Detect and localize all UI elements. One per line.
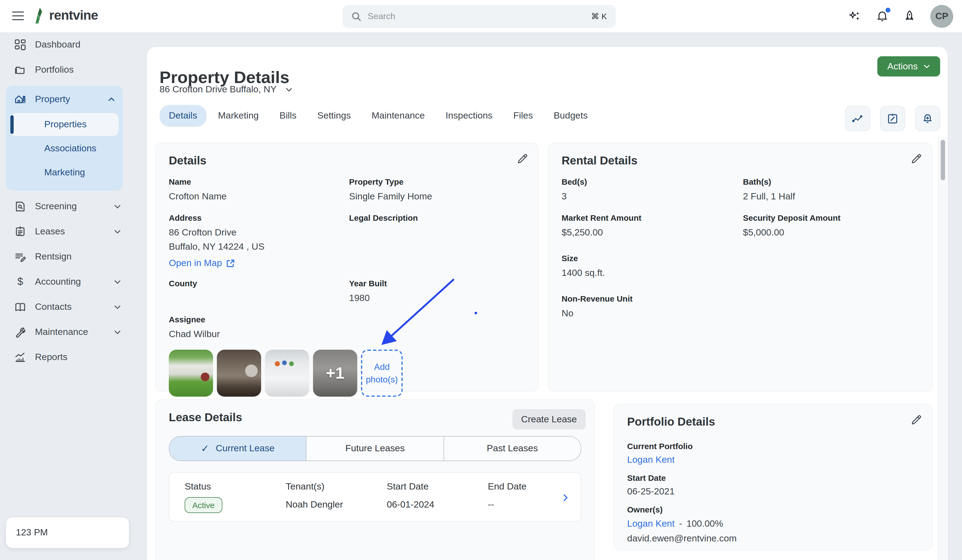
- sidebar-subitem-label: Associations: [44, 143, 97, 154]
- field-security-deposit: Security Deposit Amount $5,000.00: [743, 213, 919, 239]
- field-value: Crofton Name: [169, 190, 349, 203]
- sidebar-group-property: Property Properties Associations Marketi…: [6, 86, 123, 190]
- avatar[interactable]: CP: [930, 5, 953, 27]
- segment-label: Current Lease: [216, 443, 274, 454]
- scrollbar-thumb[interactable]: [941, 140, 945, 180]
- sidebar-subitem-label: Properties: [44, 119, 87, 130]
- sidebar-item-properties[interactable]: Properties: [10, 113, 119, 136]
- field-portfolio-start-date: Start Date 06-25-2021: [627, 473, 919, 497]
- tab-files[interactable]: Files: [504, 105, 542, 127]
- property-photo-thumbnail[interactable]: [265, 350, 309, 397]
- sidebar-item-screening[interactable]: Screening: [0, 194, 129, 219]
- field-value: 3: [562, 190, 743, 203]
- tab-details[interactable]: Details: [160, 105, 207, 127]
- activity-chart-button[interactable]: [845, 106, 870, 131]
- column-header: Status: [185, 481, 286, 492]
- add-notification-button[interactable]: [915, 106, 940, 131]
- field-label: Size: [562, 253, 919, 263]
- sidebar-item-reports[interactable]: Reports: [0, 345, 129, 370]
- edit-portfolio-pencil-icon[interactable]: [910, 414, 922, 426]
- property-address-selector[interactable]: 86 Crofton Drive Buffalo, NY: [160, 84, 293, 95]
- owner-link[interactable]: Logan Kent: [627, 518, 675, 529]
- field-year-built: Year Built 1980: [349, 279, 525, 305]
- owner-share: 100.00%: [686, 518, 723, 529]
- rentvine-logo[interactable]: rentvine: [33, 6, 98, 24]
- sidebar-item-associations[interactable]: Associations: [10, 137, 119, 160]
- field-label: Owner(s): [627, 505, 919, 514]
- property-photo-more-thumbnail[interactable]: +1: [313, 350, 357, 397]
- sidebar-item-contacts[interactable]: Contacts: [0, 294, 129, 320]
- edit-details-pencil-icon[interactable]: [517, 153, 528, 165]
- notes-button[interactable]: [880, 106, 905, 131]
- sidebar-item-marketing[interactable]: Marketing: [10, 161, 119, 184]
- owner-separator: -: [679, 518, 682, 529]
- portfolio-link[interactable]: Logan Kent: [627, 455, 675, 465]
- ai-sparkles-icon[interactable]: [848, 10, 862, 23]
- chevron-down-icon: [114, 278, 121, 286]
- field-label: County: [169, 279, 349, 288]
- field-address: Address 86 Crofton Drive Buffalo, NY 142…: [169, 213, 349, 269]
- start-date: 06-01-2024: [387, 499, 488, 510]
- signature-icon: [14, 251, 26, 263]
- search-icon: [351, 11, 361, 21]
- tab-budgets[interactable]: Budgets: [544, 105, 597, 127]
- scrollbar-track[interactable]: [938, 138, 947, 560]
- sidebar-item-label: Reports: [35, 352, 121, 363]
- field-county: County: [169, 279, 349, 305]
- tab-current-lease[interactable]: ✓ Current Lease: [169, 437, 307, 461]
- add-photos-button[interactable]: Add photo(s): [361, 350, 403, 397]
- field-label: Assignee: [169, 315, 525, 324]
- portfolio-details-card: Portfolio Details Current Portfolio Loga…: [613, 404, 933, 550]
- property-photos: +1 Add photo(s): [169, 350, 525, 397]
- tab-bills[interactable]: Bills: [270, 105, 306, 127]
- property-photo-thumbnail[interactable]: [217, 350, 261, 397]
- actions-button[interactable]: Actions: [878, 56, 940, 76]
- search-input[interactable]: [366, 11, 586, 22]
- notifications-bell-icon[interactable]: [876, 10, 889, 23]
- sidebar-item-label: Portfolios: [35, 65, 121, 76]
- column-header: End Date: [488, 481, 581, 492]
- logo-text: rentvine: [49, 8, 98, 23]
- sidebar-item-maintenance[interactable]: Maintenance: [0, 320, 129, 345]
- field-value: $5,000.00: [743, 226, 919, 239]
- field-label: Bath(s): [743, 177, 919, 186]
- field-size: Size 1400 sq.ft.: [562, 253, 919, 280]
- property-photo-thumbnail[interactable]: [169, 350, 213, 397]
- more-photos-count: +1: [326, 364, 344, 382]
- tab-future-leases[interactable]: Future Leases: [307, 437, 444, 461]
- sidebar-item-label: Contacts: [35, 302, 105, 313]
- global-search[interactable]: ⌘ K: [342, 5, 616, 28]
- sidebar-item-dashboard[interactable]: Dashboard: [0, 32, 129, 57]
- field-label: Address: [169, 213, 349, 223]
- details-card-title: Details: [169, 154, 525, 167]
- open-in-map-link[interactable]: Open in Map: [169, 258, 235, 269]
- lease-row[interactable]: Status Active Tenant(s) Noah Dengler Sta…: [169, 472, 581, 522]
- field-owners: Owner(s) Logan Kent - 100.00% david.ewen…: [627, 505, 919, 544]
- field-current-portfolio: Current Portfolio Logan Kent: [627, 441, 919, 465]
- chevron-down-icon: [114, 228, 121, 236]
- sidebar-item-rentsign[interactable]: Rentsign: [0, 244, 129, 270]
- add-photos-label: Add photo(s): [365, 361, 398, 386]
- sidebar-item-property[interactable]: Property: [6, 87, 123, 112]
- create-lease-button[interactable]: Create Lease: [512, 409, 586, 429]
- field-value: 1980: [349, 292, 525, 305]
- field-label: Market Rent Amount: [562, 213, 743, 223]
- field-label: Start Date: [627, 473, 919, 483]
- tab-marketing[interactable]: Marketing: [209, 105, 268, 127]
- sidebar-item-leases[interactable]: Leases: [0, 219, 129, 244]
- field-label: Non-Revenue Unit: [562, 294, 919, 303]
- edit-rental-pencil-icon[interactable]: [910, 153, 922, 165]
- quick-action-buttons: [845, 106, 940, 131]
- tab-maintenance[interactable]: Maintenance: [362, 105, 434, 127]
- sidebar-item-portfolios[interactable]: Portfolios: [0, 57, 129, 82]
- chart-icon: [14, 351, 26, 363]
- sidebar-item-accounting[interactable]: $ Accounting: [0, 270, 129, 294]
- tab-inspections[interactable]: Inspections: [436, 105, 502, 127]
- hamburger-menu-icon[interactable]: [12, 11, 24, 21]
- details-card: Details Name Crofton Name Property Type …: [155, 143, 539, 392]
- field-value: Chad Wilbur: [169, 328, 525, 341]
- chevron-right-icon: [561, 493, 570, 502]
- tab-past-leases[interactable]: Past Leases: [444, 437, 581, 461]
- rocket-icon[interactable]: [903, 10, 916, 23]
- tab-settings[interactable]: Settings: [308, 105, 360, 127]
